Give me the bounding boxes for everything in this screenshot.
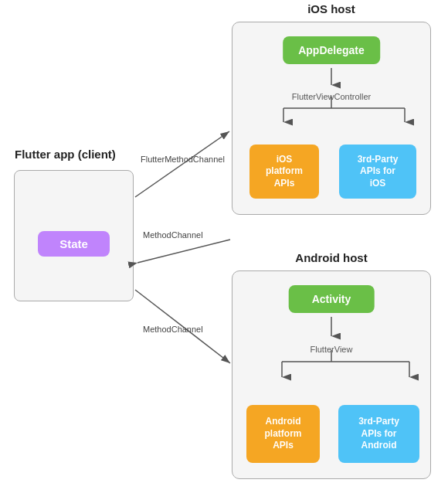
diagram-container: Flutter app (client) State iOS host AppD… bbox=[0, 0, 448, 500]
ios-host-label: iOS host bbox=[307, 2, 355, 15]
flutter-method-channel-label: FlutterMethodChannel bbox=[141, 155, 225, 164]
app-delegate-box: AppDelegate bbox=[283, 36, 380, 64]
ios-apis-box: iOSplatformAPIs bbox=[249, 145, 319, 199]
method-channel-android-label: MethodChannel bbox=[143, 325, 203, 334]
android-apis-box: AndroidplatformAPIs bbox=[246, 405, 320, 463]
flutter-client-label: Flutter app (client) bbox=[15, 148, 116, 161]
state-box: State bbox=[38, 231, 110, 257]
flutter-client-box: Flutter app (client) State bbox=[14, 170, 134, 301]
activity-box: Activity bbox=[289, 285, 375, 313]
method-channel-ios-label: MethodChannel bbox=[143, 230, 203, 240]
svg-line-4 bbox=[137, 240, 230, 263]
flutter-view-label: FlutterView bbox=[311, 345, 353, 354]
android-host-box: Android host Activity FlutterView Androi… bbox=[232, 270, 431, 479]
flutter-view-controller-label: FlutterViewController bbox=[292, 92, 372, 101]
android-host-label: Android host bbox=[295, 251, 367, 264]
svg-line-5 bbox=[135, 290, 230, 363]
ios-host-box: iOS host AppDelegate FlutterViewControll… bbox=[232, 22, 431, 215]
android-3rdparty-box: 3rd-PartyAPIs forAndroid bbox=[338, 405, 419, 463]
ios-3rdparty-box: 3rd-PartyAPIs foriOS bbox=[339, 145, 416, 199]
svg-line-3 bbox=[135, 131, 229, 197]
